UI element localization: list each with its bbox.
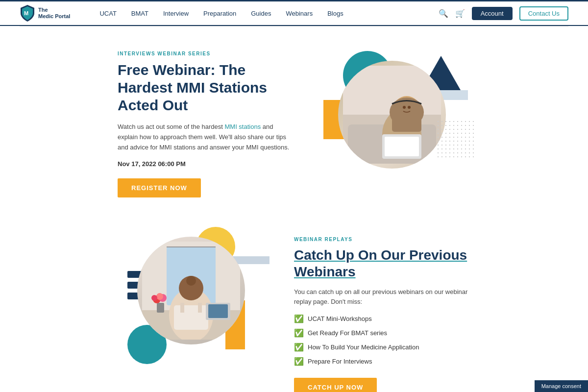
nav-webinars[interactable]: Webinars [286,10,313,17]
navbar: M The Medic Portal UCAT BMAT Interview P… [0,1,588,26]
replays-title: Catch Up On Our Previous Webinars [294,247,470,280]
svg-point-26 [151,295,157,301]
hero-title: Free Webinar: The Hardest MMI Stations A… [118,61,294,114]
svg-point-8 [403,106,406,109]
logo-icon: M [20,4,35,22]
nav-preparation[interactable]: Preparation [203,10,236,17]
hero-section-label: INTERVIEWS WEBINAR SERIES [118,51,294,56]
consent-banner[interactable]: Manage consent [535,380,588,392]
check-icon-2: ✅ [294,328,304,338]
replays-section: WEBINAR REPLAYS Catch Up On Our Previous… [0,217,588,392]
replays-photo-inner [137,237,245,344]
dots-pattern [436,120,475,159]
check-icon-4: ✅ [294,357,304,366]
svg-point-18 [186,276,196,286]
replays-checklist: ✅ UCAT Mini-Workshops ✅ Get Ready For BM… [294,314,470,366]
replays-section-label: WEBINAR REPLAYS [294,237,470,242]
hero-description: Watch us act out some of the hardest MMI… [118,122,294,152]
contact-button[interactable]: Contact Us [519,6,568,21]
checklist-item-4: ✅ Prepare For Interviews [294,357,470,366]
logo[interactable]: M The Medic Portal [20,4,70,22]
svg-rect-21 [198,303,202,313]
svg-rect-20 [180,303,184,313]
nav-blogs[interactable]: Blogs [327,10,343,17]
nav-right: 🔍 🛒 Account Contact Us [439,6,568,21]
replays-image [118,232,265,359]
nav-bmat[interactable]: BMAT [131,10,148,17]
svg-point-25 [156,293,163,300]
svg-point-9 [408,106,411,109]
hero-content: INTERVIEWS WEBINAR SERIES Free Webinar: … [118,51,294,197]
checklist-item-2: ✅ Get Ready For BMAT series [294,328,470,338]
hero-section: INTERVIEWS WEBINAR SERIES Free Webinar: … [0,26,588,217]
account-button[interactable]: Account [472,7,513,20]
mmi-stations-link[interactable]: MMI stations [224,123,261,130]
check-icon-3: ✅ [294,343,304,352]
check-icon-1: ✅ [294,314,304,323]
replays-content: WEBINAR REPLAYS Catch Up On Our Previous… [294,232,470,392]
svg-rect-14 [167,246,216,247]
nav-links: UCAT BMAT Interview Preparation Guides W… [99,10,438,17]
hero-photo [338,61,446,169]
replays-description: You can catch up on all our previous web… [294,287,470,308]
hero-photo-inner [338,61,446,169]
svg-text:M: M [24,10,28,16]
search-icon[interactable]: 🔍 [439,9,448,18]
hero-image [314,51,470,169]
svg-rect-28 [208,304,228,318]
hero-date: Nov 17, 2022 06:00 PM [118,160,294,168]
cart-icon[interactable]: 🛒 [455,9,465,18]
svg-rect-7 [392,112,421,132]
svg-rect-11 [385,137,419,156]
checklist-item-3: ✅ How To Build Your Medicine Application [294,343,470,352]
checklist-item-1: ✅ UCAT Mini-Workshops [294,314,470,323]
nav-ucat[interactable]: UCAT [99,10,116,17]
logo-text: The Medic Portal [38,7,70,20]
svg-rect-19 [174,305,208,330]
nav-interview[interactable]: Interview [163,10,189,17]
svg-rect-22 [157,303,164,313]
nav-guides[interactable]: Guides [251,10,271,17]
replays-photo [137,237,245,344]
register-now-button[interactable]: REGISTER NOW [118,178,201,197]
catch-up-now-button[interactable]: CATCH UP NOW [294,378,377,392]
